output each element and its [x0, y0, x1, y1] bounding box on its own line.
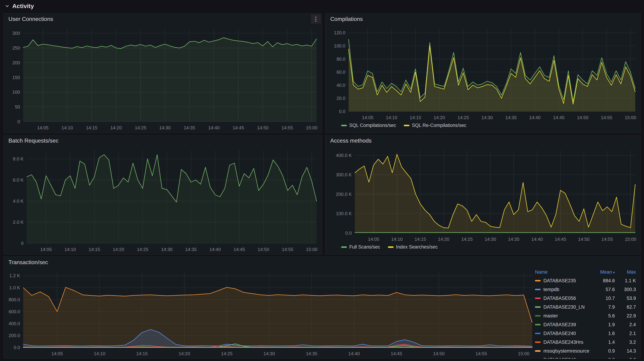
- series-max: 2.4: [615, 322, 636, 328]
- svg-text:14:15: 14:15: [414, 237, 426, 242]
- series-color-swatch: [341, 246, 347, 248]
- series-max: 2.0: [615, 357, 636, 359]
- svg-text:14:35: 14:35: [185, 247, 196, 252]
- column-header-max[interactable]: Max: [615, 269, 636, 275]
- svg-text:800.0: 800.0: [8, 297, 20, 302]
- svg-text:14:10: 14:10: [94, 351, 105, 356]
- compilations-chart: 0.020.040.060.080.0100.0120.014:0514:101…: [325, 24, 640, 123]
- svg-text:14:10: 14:10: [64, 247, 76, 252]
- access-methods-legend: Full Scans/secIndex Searches/sec: [325, 244, 640, 255]
- series-color-swatch: [535, 342, 540, 343]
- svg-text:14:35: 14:35: [184, 125, 195, 130]
- svg-text:100.0: 100.0: [334, 43, 346, 48]
- series-mean: 10.7: [590, 296, 615, 301]
- series-color-swatch: [535, 306, 540, 308]
- svg-text:14:25: 14:25: [221, 351, 232, 356]
- svg-text:14:40: 14:40: [532, 237, 543, 242]
- svg-text:14:55: 14:55: [602, 237, 613, 242]
- legend-item[interactable]: SQL Re-Compilations/sec: [404, 123, 466, 128]
- svg-text:14:10: 14:10: [62, 125, 73, 130]
- legend-item[interactable]: Full Scans/sec: [341, 244, 380, 250]
- panel-header: Batch Requests/sec: [4, 135, 322, 146]
- svg-text:14:15: 14:15: [89, 247, 100, 252]
- table-row[interactable]: DATABASE2391.92.4: [535, 320, 636, 329]
- svg-text:100: 100: [12, 89, 20, 95]
- row-title: Activity: [12, 3, 34, 9]
- svg-text:14:50: 14:50: [257, 125, 268, 130]
- series-mean: 0.9: [590, 348, 615, 354]
- panel-header: Transaction/sec: [4, 257, 640, 268]
- legend-label: Full Scans/sec: [349, 244, 380, 250]
- svg-text:200.0 K: 200.0 K: [336, 192, 352, 197]
- svg-text:14:05: 14:05: [51, 351, 63, 356]
- series-color-swatch: [535, 333, 540, 334]
- series-color-swatch: [535, 280, 540, 281]
- table-row[interactable]: mssqlsystemresource0.914.3: [535, 347, 636, 355]
- table-row[interactable]: tempdb57.6300.3: [535, 285, 636, 294]
- panel-title: Access methods: [330, 137, 372, 144]
- svg-text:0.0: 0.0: [339, 109, 346, 114]
- svg-text:120.0: 120.0: [334, 30, 346, 35]
- series-mean: 1.9: [590, 322, 615, 328]
- svg-text:14:30: 14:30: [264, 351, 275, 356]
- svg-text:150: 150: [12, 75, 20, 80]
- chart-svg: 0.0100.0 K200.0 K300.0 K400.0 K14:0514:1…: [325, 146, 640, 244]
- series-name: DATABASE246: [535, 357, 590, 359]
- series-max: 3.2: [615, 340, 636, 345]
- svg-text:1.2 K: 1.2 K: [9, 273, 20, 278]
- svg-text:14:35: 14:35: [508, 237, 520, 242]
- svg-text:14:10: 14:10: [391, 237, 403, 242]
- table-row[interactable]: DATABASE230_LN7.962.7: [535, 303, 636, 312]
- table-row[interactable]: DATABASE05610.753.9: [535, 294, 636, 303]
- access-methods-chart: 0.0100.0 K200.0 K300.0 K400.0 K14:0514:1…: [325, 146, 640, 244]
- sort-caret-icon: ▾: [613, 271, 615, 274]
- series-max: 53.9: [615, 296, 636, 301]
- svg-text:15:00: 15:00: [306, 125, 318, 130]
- column-header-name[interactable]: Name: [535, 269, 590, 275]
- series-name: mssqlsystemresource: [535, 348, 590, 354]
- svg-text:15:00: 15:00: [625, 237, 636, 242]
- svg-text:400.0: 400.0: [8, 321, 20, 326]
- table-row[interactable]: DATABASE243Hrs1.43.2: [535, 338, 636, 347]
- series-name: master: [535, 313, 590, 319]
- svg-text:14:45: 14:45: [555, 237, 566, 242]
- table-row[interactable]: master5.622.9: [535, 312, 636, 320]
- svg-text:250: 250: [12, 45, 20, 51]
- svg-text:14:40: 14:40: [529, 115, 540, 120]
- transactions-chart: 0.0200.0400.0600.0800.01.0 K1.2 K14:0514…: [4, 268, 535, 359]
- svg-text:14:20: 14:20: [434, 115, 445, 120]
- legend-item[interactable]: SQL Compilations/sec: [341, 123, 396, 128]
- column-header-mean[interactable]: Mean▾: [590, 269, 615, 275]
- svg-text:14:25: 14:25: [458, 115, 469, 120]
- panel-menu-icon[interactable]: ⋮: [311, 14, 321, 23]
- chart-svg: 0.0200.0400.0600.0800.01.0 K1.2 K14:0514…: [4, 268, 535, 359]
- legend-label: SQL Compilations/sec: [349, 123, 396, 128]
- svg-text:600.0: 600.0: [8, 309, 20, 314]
- chart-svg: 05010015020025030014:0514:1014:1514:2014…: [4, 24, 322, 133]
- table-row[interactable]: DATABASE2401.62.1: [535, 329, 636, 338]
- panel-access-methods: Access methods 0.0100.0 K200.0 K300.0 K4…: [325, 135, 641, 255]
- svg-text:14:50: 14:50: [577, 115, 588, 120]
- svg-text:14:40: 14:40: [348, 351, 360, 356]
- row-collapse-activity[interactable]: Activity: [0, 0, 644, 12]
- svg-text:14:35: 14:35: [505, 115, 517, 120]
- svg-text:50: 50: [15, 104, 20, 109]
- svg-text:14:25: 14:25: [137, 247, 148, 252]
- panel-header: Compilations: [325, 13, 640, 24]
- series-mean: 7.9: [590, 304, 615, 310]
- svg-text:14:25: 14:25: [135, 125, 146, 130]
- svg-text:400.0 K: 400.0 K: [336, 153, 352, 158]
- svg-text:14:35: 14:35: [306, 351, 317, 356]
- legend-label: SQL Re-Compilations/sec: [412, 123, 466, 128]
- series-color-swatch: [535, 315, 540, 317]
- svg-text:20.0: 20.0: [336, 96, 346, 101]
- series-color-swatch: [404, 125, 410, 126]
- svg-text:14:30: 14:30: [161, 247, 172, 252]
- legend-item[interactable]: Index Searches/sec: [388, 244, 438, 250]
- table-row[interactable]: DATABASE2460.82.0: [535, 355, 636, 359]
- series-max: 2.1: [615, 331, 636, 336]
- table-row[interactable]: DATABASE235884.61.1 K: [535, 276, 636, 285]
- svg-text:300.0 K: 300.0 K: [336, 172, 352, 177]
- svg-text:0.0: 0.0: [14, 345, 20, 350]
- svg-text:14:50: 14:50: [433, 351, 444, 356]
